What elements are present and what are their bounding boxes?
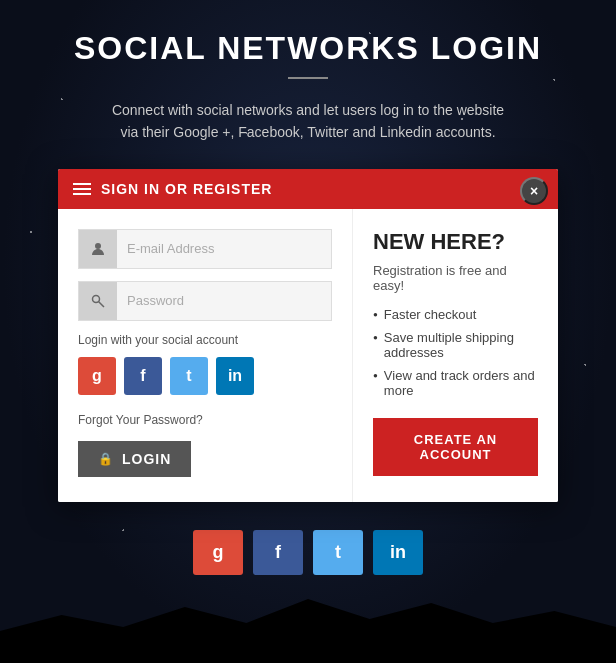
new-here-title: NEW HERE? xyxy=(373,229,538,255)
social-login-buttons: g f t in xyxy=(78,357,332,395)
benefit-1: Faster checkout xyxy=(373,307,538,322)
modal-body: Login with your social account g f t in … xyxy=(58,209,558,502)
email-field[interactable] xyxy=(117,233,331,264)
benefit-2: Save multiple shipping addresses xyxy=(373,330,538,360)
register-panel: NEW HERE? Registration is free and easy!… xyxy=(353,209,558,502)
social-login-label: Login with your social account xyxy=(78,333,332,347)
key-icon xyxy=(79,282,117,320)
bottom-google-button[interactable]: g xyxy=(193,530,243,575)
page-description: Connect with social networks and let use… xyxy=(108,99,508,144)
bottom-linkedin-button[interactable]: in xyxy=(373,530,423,575)
password-input-group xyxy=(78,281,332,321)
modal-header: SIGN IN OR REGISTER xyxy=(58,169,558,209)
modal-close-button[interactable]: × xyxy=(520,177,548,205)
create-account-button[interactable]: CREATE AN ACCOUNT xyxy=(373,418,538,476)
password-field[interactable] xyxy=(117,285,331,316)
benefits-list: Faster checkout Save multiple shipping a… xyxy=(373,307,538,398)
registration-subtitle: Registration is free and easy! xyxy=(373,263,538,293)
login-button-label: LOGIN xyxy=(122,451,171,467)
modal-header-title: SIGN IN OR REGISTER xyxy=(101,181,272,197)
bottom-facebook-button[interactable]: f xyxy=(253,530,303,575)
svg-line-2 xyxy=(99,301,105,307)
login-modal: SIGN IN OR REGISTER × xyxy=(58,169,558,502)
login-panel: Login with your social account g f t in … xyxy=(58,209,353,502)
benefit-3: View and track orders and more xyxy=(373,368,538,398)
menu-lines-icon xyxy=(73,183,91,195)
user-icon xyxy=(79,230,117,268)
email-input-group xyxy=(78,229,332,269)
svg-point-1 xyxy=(93,295,100,302)
lock-icon: 🔒 xyxy=(98,452,114,466)
page-title: SOCIAL NETWORKS LOGIN xyxy=(74,30,542,67)
bottom-social-buttons: g f t in xyxy=(193,530,423,575)
svg-point-0 xyxy=(95,243,101,249)
forgot-password-link[interactable]: Forgot Your Password? xyxy=(78,413,332,427)
bottom-twitter-button[interactable]: t xyxy=(313,530,363,575)
title-divider xyxy=(288,77,328,79)
google-login-button[interactable]: g xyxy=(78,357,116,395)
login-button[interactable]: 🔒 LOGIN xyxy=(78,441,191,477)
facebook-login-button[interactable]: f xyxy=(124,357,162,395)
linkedin-login-button[interactable]: in xyxy=(216,357,254,395)
twitter-login-button[interactable]: t xyxy=(170,357,208,395)
